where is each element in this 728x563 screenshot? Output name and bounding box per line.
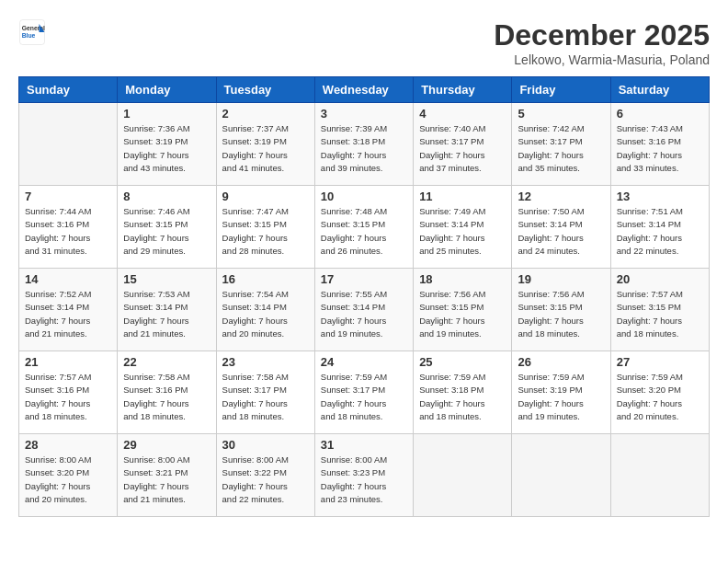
- calendar-cell: 1Sunrise: 7:36 AMSunset: 3:19 PMDaylight…: [118, 103, 216, 186]
- day-info: Sunrise: 7:56 AMSunset: 3:15 PMDaylight:…: [419, 288, 506, 340]
- calendar-cell: 5Sunrise: 7:42 AMSunset: 3:17 PMDaylight…: [512, 103, 610, 186]
- day-info: Sunrise: 7:57 AMSunset: 3:15 PMDaylight:…: [617, 288, 703, 340]
- day-info: Sunrise: 7:59 AMSunset: 3:17 PMDaylight:…: [321, 371, 407, 423]
- day-info: Sunrise: 7:59 AMSunset: 3:20 PMDaylight:…: [617, 371, 703, 423]
- calendar-cell: 7Sunrise: 7:44 AMSunset: 3:16 PMDaylight…: [19, 186, 118, 269]
- day-info: Sunrise: 7:53 AMSunset: 3:14 PMDaylight:…: [123, 288, 210, 340]
- day-number: 28: [25, 438, 111, 452]
- column-header-tuesday: Tuesday: [216, 77, 314, 103]
- calendar-cell: 23Sunrise: 7:58 AMSunset: 3:17 PMDayligh…: [216, 351, 314, 434]
- week-row-4: 21Sunrise: 7:57 AMSunset: 3:16 PMDayligh…: [19, 351, 710, 434]
- calendar-cell: 9Sunrise: 7:47 AMSunset: 3:15 PMDaylight…: [216, 186, 314, 269]
- calendar-cell: [414, 434, 512, 517]
- calendar-cell: 27Sunrise: 7:59 AMSunset: 3:20 PMDayligh…: [610, 351, 709, 434]
- day-info: Sunrise: 7:47 AMSunset: 3:15 PMDaylight:…: [222, 205, 309, 258]
- column-header-monday: Monday: [118, 77, 216, 103]
- day-number: 25: [419, 355, 506, 369]
- calendar-cell: 30Sunrise: 8:00 AMSunset: 3:22 PMDayligh…: [216, 434, 314, 517]
- calendar-cell: 17Sunrise: 7:55 AMSunset: 3:14 PMDayligh…: [314, 269, 413, 351]
- column-header-friday: Friday: [512, 77, 610, 103]
- day-info: Sunrise: 7:51 AMSunset: 3:14 PMDaylight:…: [617, 205, 703, 258]
- day-number: 30: [222, 438, 309, 452]
- day-info: Sunrise: 7:43 AMSunset: 3:16 PMDaylight:…: [617, 122, 703, 175]
- page-header: General Blue December 2025 Lelkowo, Warm…: [18, 18, 710, 67]
- day-info: Sunrise: 7:59 AMSunset: 3:19 PMDaylight:…: [518, 371, 604, 423]
- svg-text:Blue: Blue: [22, 32, 36, 39]
- calendar-cell: 2Sunrise: 7:37 AMSunset: 3:19 PMDaylight…: [216, 103, 314, 186]
- day-number: 12: [518, 190, 604, 203]
- calendar-cell: 22Sunrise: 7:58 AMSunset: 3:16 PMDayligh…: [118, 351, 216, 434]
- day-info: Sunrise: 7:36 AMSunset: 3:19 PMDaylight:…: [123, 122, 210, 175]
- day-info: Sunrise: 7:57 AMSunset: 3:16 PMDaylight:…: [25, 371, 111, 423]
- calendar-cell: 10Sunrise: 7:48 AMSunset: 3:15 PMDayligh…: [314, 186, 413, 269]
- calendar-table: SundayMondayTuesdayWednesdayThursdayFrid…: [18, 76, 710, 517]
- calendar-cell: 24Sunrise: 7:59 AMSunset: 3:17 PMDayligh…: [314, 351, 413, 434]
- day-number: 26: [518, 355, 604, 369]
- day-info: Sunrise: 7:44 AMSunset: 3:16 PMDaylight:…: [25, 205, 111, 258]
- day-number: 23: [222, 355, 309, 369]
- week-row-1: 1Sunrise: 7:36 AMSunset: 3:19 PMDaylight…: [19, 103, 710, 186]
- calendar-header-row: SundayMondayTuesdayWednesdayThursdayFrid…: [19, 77, 710, 103]
- day-info: Sunrise: 7:54 AMSunset: 3:14 PMDaylight:…: [222, 288, 309, 340]
- day-number: 9: [222, 190, 309, 203]
- column-header-saturday: Saturday: [610, 77, 709, 103]
- calendar-cell: 26Sunrise: 7:59 AMSunset: 3:19 PMDayligh…: [512, 351, 610, 434]
- week-row-3: 14Sunrise: 7:52 AMSunset: 3:14 PMDayligh…: [19, 269, 710, 351]
- day-number: 2: [222, 107, 309, 121]
- day-number: 14: [25, 272, 111, 286]
- day-number: 5: [518, 107, 604, 121]
- day-number: 17: [321, 272, 407, 286]
- calendar-cell: 31Sunrise: 8:00 AMSunset: 3:23 PMDayligh…: [314, 434, 413, 517]
- calendar-cell: 6Sunrise: 7:43 AMSunset: 3:16 PMDaylight…: [610, 103, 709, 186]
- day-number: 3: [321, 107, 407, 121]
- day-info: Sunrise: 7:58 AMSunset: 3:17 PMDaylight:…: [222, 371, 309, 423]
- logo: General Blue: [18, 18, 46, 46]
- day-number: 18: [419, 272, 506, 286]
- day-number: 31: [321, 438, 407, 452]
- calendar-cell: 15Sunrise: 7:53 AMSunset: 3:14 PMDayligh…: [118, 269, 216, 351]
- day-number: 21: [25, 355, 111, 369]
- day-info: Sunrise: 7:55 AMSunset: 3:14 PMDaylight:…: [321, 288, 407, 340]
- day-info: Sunrise: 7:48 AMSunset: 3:15 PMDaylight:…: [321, 205, 407, 258]
- calendar-cell: [610, 434, 709, 517]
- calendar-cell: 19Sunrise: 7:56 AMSunset: 3:15 PMDayligh…: [512, 269, 610, 351]
- calendar-cell: 12Sunrise: 7:50 AMSunset: 3:14 PMDayligh…: [512, 186, 610, 269]
- day-info: Sunrise: 7:42 AMSunset: 3:17 PMDaylight:…: [518, 122, 604, 175]
- calendar-cell: [19, 103, 118, 186]
- day-number: 4: [419, 107, 506, 121]
- day-info: Sunrise: 8:00 AMSunset: 3:22 PMDaylight:…: [222, 454, 309, 506]
- day-number: 8: [123, 190, 210, 203]
- calendar-cell: 28Sunrise: 8:00 AMSunset: 3:20 PMDayligh…: [19, 434, 118, 517]
- day-number: 10: [321, 190, 407, 203]
- calendar-cell: 16Sunrise: 7:54 AMSunset: 3:14 PMDayligh…: [216, 269, 314, 351]
- calendar-cell: 21Sunrise: 7:57 AMSunset: 3:16 PMDayligh…: [19, 351, 118, 434]
- day-info: Sunrise: 7:59 AMSunset: 3:18 PMDaylight:…: [419, 371, 506, 423]
- day-number: 15: [123, 272, 210, 286]
- day-info: Sunrise: 8:00 AMSunset: 3:23 PMDaylight:…: [321, 454, 407, 506]
- day-number: 1: [123, 107, 210, 121]
- day-number: 11: [419, 190, 506, 203]
- day-info: Sunrise: 7:56 AMSunset: 3:15 PMDaylight:…: [518, 288, 604, 340]
- day-number: 16: [222, 272, 309, 286]
- day-number: 22: [123, 355, 210, 369]
- week-row-2: 7Sunrise: 7:44 AMSunset: 3:16 PMDaylight…: [19, 186, 710, 269]
- day-info: Sunrise: 7:46 AMSunset: 3:15 PMDaylight:…: [123, 205, 210, 258]
- calendar-cell: 14Sunrise: 7:52 AMSunset: 3:14 PMDayligh…: [19, 269, 118, 351]
- day-number: 24: [321, 355, 407, 369]
- calendar-cell: 13Sunrise: 7:51 AMSunset: 3:14 PMDayligh…: [610, 186, 709, 269]
- location: Lelkowo, Warmia-Masuria, Poland: [494, 52, 710, 67]
- column-header-sunday: Sunday: [19, 77, 118, 103]
- day-info: Sunrise: 7:52 AMSunset: 3:14 PMDaylight:…: [25, 288, 111, 340]
- day-info: Sunrise: 7:58 AMSunset: 3:16 PMDaylight:…: [123, 371, 210, 423]
- calendar-cell: 11Sunrise: 7:49 AMSunset: 3:14 PMDayligh…: [414, 186, 512, 269]
- day-number: 13: [617, 190, 703, 203]
- day-number: 20: [617, 272, 703, 286]
- day-info: Sunrise: 7:50 AMSunset: 3:14 PMDaylight:…: [518, 205, 604, 258]
- calendar-cell: 25Sunrise: 7:59 AMSunset: 3:18 PMDayligh…: [414, 351, 512, 434]
- day-info: Sunrise: 8:00 AMSunset: 3:20 PMDaylight:…: [25, 454, 111, 506]
- calendar-cell: 29Sunrise: 8:00 AMSunset: 3:21 PMDayligh…: [118, 434, 216, 517]
- calendar-cell: 18Sunrise: 7:56 AMSunset: 3:15 PMDayligh…: [414, 269, 512, 351]
- week-row-5: 28Sunrise: 8:00 AMSunset: 3:20 PMDayligh…: [19, 434, 710, 517]
- calendar-cell: [512, 434, 610, 517]
- day-number: 6: [617, 107, 703, 121]
